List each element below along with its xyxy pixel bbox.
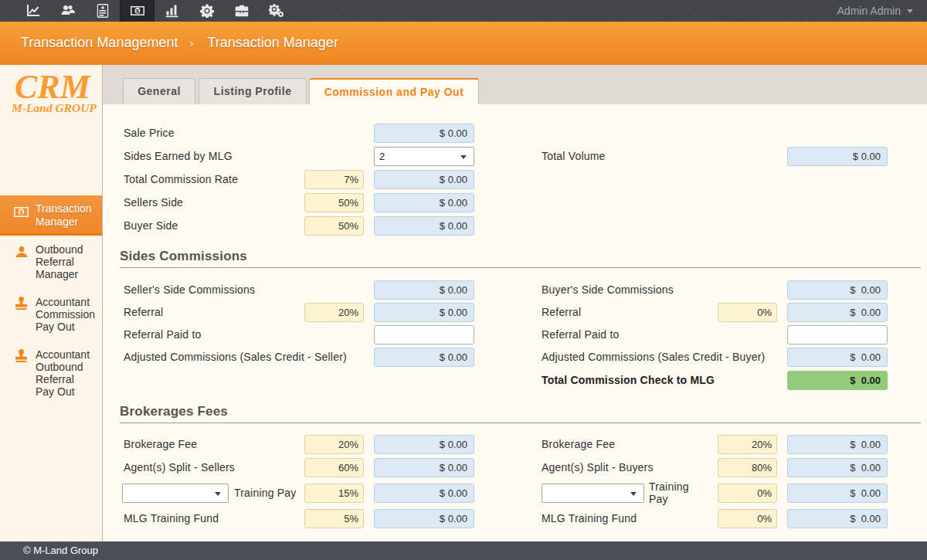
svg-text:$: $ <box>135 8 139 15</box>
svg-text:$: $ <box>19 209 23 216</box>
